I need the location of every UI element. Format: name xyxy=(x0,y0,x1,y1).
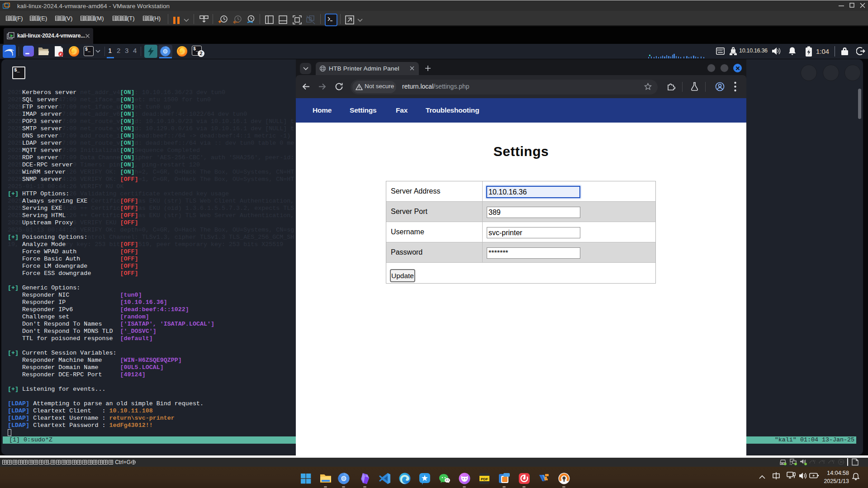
svg-text:PDF: PDF xyxy=(481,477,488,481)
